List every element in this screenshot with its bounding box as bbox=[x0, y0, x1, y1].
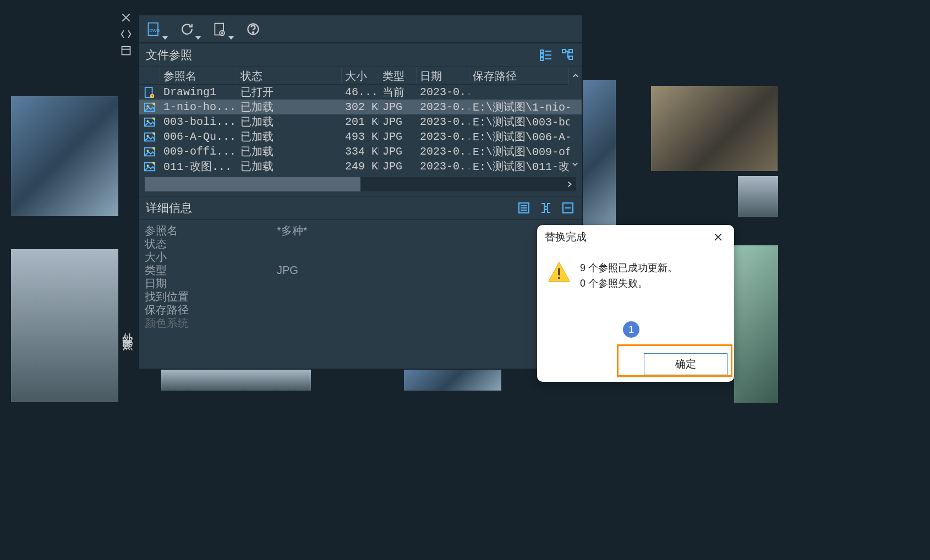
ok-button[interactable]: 确定 bbox=[644, 353, 727, 375]
table-body: Drawing1已打开46...当前2023-0...1-nio-ho...已加… bbox=[139, 85, 582, 174]
list-view-button[interactable] bbox=[539, 48, 553, 62]
details-row: 找到位置 bbox=[145, 289, 576, 303]
svg-rect-15 bbox=[569, 50, 572, 53]
bg-image-8 bbox=[404, 370, 501, 391]
cell-path: E:\测试图\009-of bbox=[469, 144, 570, 159]
table-row[interactable]: 011-改图...已加载249 KBJPG2023-0...E:\测试图\011… bbox=[139, 159, 582, 174]
svg-rect-16 bbox=[569, 56, 572, 59]
dwg-file-icon bbox=[139, 86, 160, 98]
svg-point-30 bbox=[153, 148, 154, 149]
file-references-header: 文件参照 bbox=[139, 43, 582, 67]
close-panel-button[interactable] bbox=[119, 11, 133, 24]
bg-image-4 bbox=[738, 176, 778, 217]
col-type[interactable]: 类型 bbox=[379, 67, 417, 84]
cell-date: 2023-0... bbox=[417, 101, 469, 113]
dock-panel-button[interactable] bbox=[119, 44, 133, 57]
image-file-icon bbox=[139, 101, 160, 113]
details-key: 找到位置 bbox=[145, 289, 277, 304]
dialog-titlebar: 替换完成 bbox=[537, 225, 734, 249]
cell-size: 201 KB bbox=[342, 116, 379, 128]
cell-type: 当前 bbox=[379, 85, 417, 100]
table-row[interactable]: 009-offi...已加载334 KBJPG2023-0...E:\测试图\0… bbox=[139, 144, 582, 159]
cell-size: 249 KB bbox=[342, 160, 379, 173]
bg-image-5 bbox=[734, 245, 778, 403]
svg-rect-10 bbox=[540, 54, 543, 57]
svg-rect-8 bbox=[540, 50, 543, 53]
dialog-title: 替换完成 bbox=[545, 230, 587, 244]
details-key: 保存路径 bbox=[145, 303, 277, 317]
cell-name: Drawing1 bbox=[160, 86, 237, 98]
details-header: 详细信息 bbox=[139, 196, 582, 220]
details-value: JPG bbox=[277, 264, 576, 277]
details-row: 颜色系统 bbox=[145, 316, 576, 329]
col-status[interactable]: 状态 bbox=[237, 67, 342, 84]
collapse-details-button[interactable] bbox=[561, 201, 575, 215]
xref-toolbar: DWG bbox=[139, 15, 582, 43]
col-date[interactable]: 日期 bbox=[417, 67, 469, 84]
svg-point-33 bbox=[153, 163, 154, 164]
cell-name: 006-A-Qu... bbox=[160, 130, 237, 143]
col-icon[interactable] bbox=[139, 67, 160, 84]
details-value: *多种* bbox=[277, 223, 576, 238]
cell-type: JPG bbox=[379, 145, 417, 158]
dialog-message: 9 个参照已成功更新。 0 个参照失败。 bbox=[580, 260, 677, 291]
cell-date: 2023-0... bbox=[417, 130, 469, 143]
cell-date: 2023-0... bbox=[417, 86, 469, 98]
cell-path: E:\测试图\011-改 bbox=[469, 159, 570, 174]
chevron-down-icon bbox=[162, 36, 168, 40]
bg-image-2 bbox=[11, 249, 118, 402]
scroll-up-button[interactable] bbox=[568, 67, 582, 85]
svg-point-38 bbox=[544, 206, 548, 210]
references-table: 参照名 状态 大小 类型 日期 保存路径 Drawing1已打开46...当前2… bbox=[139, 67, 582, 174]
refresh-button[interactable] bbox=[178, 20, 196, 39]
col-name[interactable]: 参照名 bbox=[160, 67, 237, 84]
chevron-down-icon bbox=[195, 36, 201, 40]
details-row: 大小 bbox=[145, 250, 576, 263]
horizontal-scrollbar[interactable] bbox=[145, 177, 576, 191]
details-title: 详细信息 bbox=[146, 200, 192, 216]
cell-path: E:\测试图\003-bo bbox=[469, 114, 570, 129]
svg-rect-41 bbox=[558, 268, 560, 276]
details-row: 类型JPG bbox=[145, 263, 576, 276]
tree-view-button[interactable] bbox=[561, 48, 575, 62]
cell-size: 302 KB bbox=[342, 101, 379, 113]
table-row[interactable]: Drawing1已打开46...当前2023-0... bbox=[139, 85, 582, 100]
bg-image-3 bbox=[651, 86, 778, 171]
details-list-button[interactable] bbox=[517, 201, 531, 215]
cell-status: 已加载 bbox=[237, 129, 342, 144]
details-key: 日期 bbox=[145, 276, 277, 291]
details-row: 参照名*多种* bbox=[145, 223, 576, 237]
details-key: 颜色系统 bbox=[145, 316, 277, 331]
col-size[interactable]: 大小 bbox=[342, 67, 379, 84]
details-key: 参照名 bbox=[145, 223, 277, 238]
file-references-title: 文件参照 bbox=[146, 47, 192, 63]
image-file-icon bbox=[139, 146, 160, 158]
scroll-right-button[interactable] bbox=[563, 177, 576, 191]
collapse-panel-button[interactable] bbox=[119, 28, 133, 41]
table-row[interactable]: 003-boli...已加载201 KBJPG2023-0...E:\测试图\0… bbox=[139, 114, 582, 129]
bg-image-6 bbox=[583, 80, 616, 239]
xref-panel: DWG 文件参照 参照名 状态 bbox=[139, 15, 582, 369]
help-button[interactable] bbox=[244, 20, 262, 39]
table-row[interactable]: 006-A-Qu...已加载493 KBJPG2023-0...E:\测试图\0… bbox=[139, 129, 582, 144]
preview-button[interactable] bbox=[539, 201, 553, 215]
dialog-close-button[interactable] bbox=[710, 229, 726, 245]
change-path-button[interactable] bbox=[211, 20, 229, 39]
col-saved-path[interactable]: 保存路径 bbox=[469, 67, 570, 84]
svg-point-24 bbox=[153, 118, 154, 119]
cell-status: 已加载 bbox=[237, 114, 342, 129]
cell-type: JPG bbox=[379, 101, 417, 113]
cell-size: 46... bbox=[342, 86, 379, 98]
cell-status: 已加载 bbox=[237, 144, 342, 159]
details-key: 类型 bbox=[145, 263, 277, 278]
cell-path: E:\测试图\006-A- bbox=[469, 129, 570, 144]
table-row[interactable]: 1-nio-ho...已加载302 KBJPG2023-0...E:\测试图\1… bbox=[139, 100, 582, 114]
cell-type: JPG bbox=[379, 116, 417, 128]
details-key: 大小 bbox=[145, 250, 277, 265]
attach-dwg-button[interactable]: DWG bbox=[145, 20, 163, 39]
table-header-row: 参照名 状态 大小 类型 日期 保存路径 bbox=[139, 67, 582, 85]
scrollbar-thumb[interactable] bbox=[145, 177, 360, 191]
details-row: 日期 bbox=[145, 276, 576, 289]
scroll-down-button[interactable] bbox=[568, 157, 582, 171]
svg-point-21 bbox=[153, 103, 154, 105]
